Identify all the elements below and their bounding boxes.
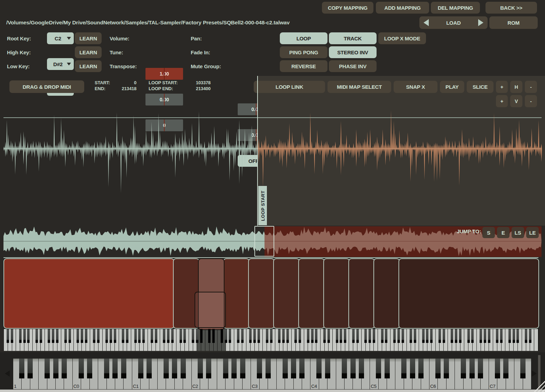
- del-mapping-button[interactable]: DEL MAPPING: [431, 2, 480, 14]
- piano-key-black[interactable]: [410, 329, 412, 343]
- piano-key-black[interactable]: [81, 329, 83, 343]
- piano-key-black[interactable]: [525, 329, 527, 343]
- piano-key-black[interactable]: [299, 359, 305, 378]
- piano-key-black[interactable]: [183, 329, 186, 343]
- piano-key-black[interactable]: [325, 359, 330, 378]
- piano-key-black[interactable]: [299, 329, 301, 343]
- piano-key-black[interactable]: [410, 359, 415, 378]
- piano-key-black[interactable]: [104, 359, 109, 378]
- ping-pong-toggle[interactable]: PING PONG: [280, 46, 327, 58]
- piano-key-black[interactable]: [231, 359, 237, 378]
- piano-key-black[interactable]: [478, 359, 483, 378]
- main-piano-keyboard[interactable]: 1C0C1C2C3C4C5C6C7: [13, 359, 531, 389]
- piano-key-black[interactable]: [221, 329, 223, 343]
- mapping-zone[interactable]: [348, 258, 375, 329]
- piano-key-black[interactable]: [164, 359, 169, 378]
- piano-key-black[interactable]: [520, 359, 526, 378]
- loop-link-button[interactable]: LOOP LINK: [254, 81, 325, 93]
- piano-key-black[interactable]: [249, 329, 252, 343]
- piano-key-black[interactable]: [45, 359, 50, 378]
- piano-key-black[interactable]: [467, 329, 470, 343]
- piano-key-black[interactable]: [138, 359, 143, 378]
- piano-key-black[interactable]: [327, 329, 330, 343]
- stereo-inv-toggle[interactable]: STEREO INV: [329, 46, 377, 58]
- piano-key-black[interactable]: [344, 329, 346, 343]
- piano-key-black[interactable]: [444, 359, 449, 378]
- high-key-dropdown[interactable]: D#2: [47, 58, 74, 70]
- piano-key-black[interactable]: [418, 359, 424, 378]
- piano-key-black[interactable]: [385, 359, 390, 378]
- piano-key-black[interactable]: [180, 329, 182, 343]
- piano-key-black[interactable]: [414, 329, 416, 343]
- piano-key-black[interactable]: [500, 329, 503, 343]
- piano-key-black[interactable]: [35, 329, 38, 343]
- piano-key-black[interactable]: [241, 329, 244, 343]
- piano-key-black[interactable]: [27, 359, 33, 378]
- snap-x-button[interactable]: SNAP X: [394, 81, 437, 93]
- piano-key-black[interactable]: [105, 329, 108, 343]
- piano-key-black[interactable]: [19, 329, 22, 343]
- piano-key-black[interactable]: [369, 329, 371, 343]
- piano-key-black[interactable]: [495, 359, 500, 378]
- piano-key-black[interactable]: [439, 329, 441, 343]
- mapping-zone[interactable]: [273, 258, 300, 329]
- selected-zone-key-range-handle[interactable]: [195, 292, 226, 328]
- piano-key-black[interactable]: [52, 329, 54, 343]
- piano-key-black[interactable]: [167, 329, 169, 343]
- scroll-left-icon[interactable]: [5, 370, 10, 377]
- piano-key-black[interactable]: [225, 329, 227, 343]
- piano-key-black[interactable]: [48, 329, 50, 343]
- piano-key-black[interactable]: [294, 329, 297, 343]
- piano-key-black[interactable]: [311, 329, 314, 343]
- piano-key-black[interactable]: [342, 359, 347, 378]
- h-zoom-out-button[interactable]: -: [525, 81, 537, 93]
- mapping-keyboard[interactable]: [3, 329, 539, 351]
- piano-key-black[interactable]: [64, 329, 67, 343]
- piano-key-black[interactable]: [359, 359, 364, 378]
- piano-key-black[interactable]: [426, 329, 428, 343]
- piano-key-black[interactable]: [112, 359, 118, 378]
- piano-key-black[interactable]: [206, 359, 211, 378]
- piano-key-black[interactable]: [496, 329, 498, 343]
- piano-key-black[interactable]: [155, 329, 157, 343]
- piano-key-black[interactable]: [402, 329, 404, 343]
- piano-key-black[interactable]: [87, 359, 92, 378]
- piano-key-black[interactable]: [451, 329, 453, 343]
- piano-key-black[interactable]: [258, 329, 260, 343]
- piano-key-black[interactable]: [307, 329, 309, 343]
- play-button[interactable]: PLAY: [440, 81, 464, 93]
- piano-key-black[interactable]: [316, 359, 322, 378]
- mapping-zone[interactable]: [398, 258, 539, 329]
- piano-key-black[interactable]: [147, 359, 152, 378]
- piano-key-black[interactable]: [253, 329, 256, 343]
- piano-key-black[interactable]: [270, 329, 272, 343]
- piano-key-black[interactable]: [208, 329, 211, 343]
- piano-key-black[interactable]: [196, 329, 198, 343]
- piano-key-black[interactable]: [266, 329, 268, 343]
- root-key-dropdown[interactable]: C2: [47, 32, 74, 44]
- piano-key-black[interactable]: [7, 329, 9, 343]
- piano-key-black[interactable]: [393, 329, 396, 343]
- piano-key-black[interactable]: [513, 329, 515, 343]
- reverse-toggle[interactable]: REVERSE: [280, 60, 327, 72]
- piano-key-black[interactable]: [19, 359, 24, 378]
- keyboard-scroll-track[interactable]: [538, 355, 540, 390]
- piano-key-black[interactable]: [385, 329, 387, 343]
- piano-key-black[interactable]: [200, 329, 203, 343]
- piano-key-black[interactable]: [340, 329, 342, 343]
- piano-key-black[interactable]: [480, 329, 482, 343]
- piano-key-black[interactable]: [266, 359, 271, 378]
- piano-key-black[interactable]: [122, 329, 124, 343]
- piano-key-black[interactable]: [62, 359, 67, 378]
- piano-key-black[interactable]: [516, 329, 519, 343]
- piano-key-black[interactable]: [508, 329, 511, 343]
- phase-inv-toggle[interactable]: PHASE INV: [329, 60, 377, 72]
- piano-key-black[interactable]: [291, 359, 296, 378]
- piano-key-black[interactable]: [56, 329, 58, 343]
- mapping-zone[interactable]: [3, 258, 174, 329]
- piano-key-black[interactable]: [27, 329, 30, 343]
- view-window-rect[interactable]: [254, 226, 274, 257]
- piano-key-black[interactable]: [283, 359, 288, 378]
- main-waveform-display[interactable]: [0, 76, 545, 226]
- piano-key-black[interactable]: [151, 329, 153, 343]
